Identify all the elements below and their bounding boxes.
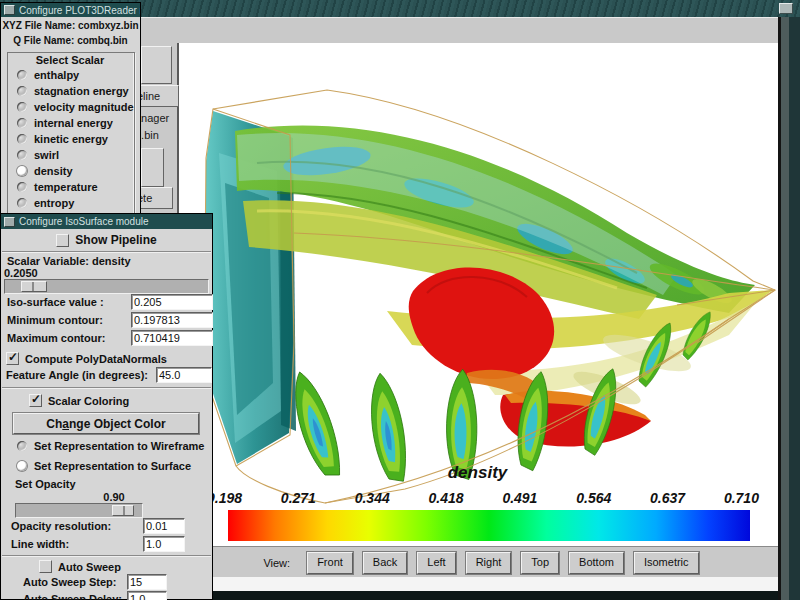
window-frame-right <box>778 17 800 600</box>
show-pipeline-checkbox-row[interactable]: Show Pipeline <box>1 233 212 247</box>
opacity-resolution-label: Opacity resolution: <box>11 520 111 532</box>
isosurface-dialog-title: Configure IsoSurface module <box>19 216 149 227</box>
application-window: eline anager g.bin ete anage <box>0 0 800 600</box>
checkbox-icon[interactable] <box>56 234 69 247</box>
render-viewport[interactable]: density 0.198 0.271 0.344 0.418 0.491 0.… <box>177 43 778 546</box>
radio-icon[interactable] <box>17 150 27 160</box>
line-width-input[interactable]: 1.0 <box>143 536 185 552</box>
compute-normals-checkbox-row[interactable]: Compute PolyDataNormals <box>6 352 167 365</box>
view-left-button[interactable]: Left <box>417 552 455 574</box>
tick-label: 0.271 <box>281 490 316 506</box>
radio-icon[interactable] <box>17 182 27 192</box>
auto-sweep-delay-label: Auto Sweep Delay: <box>23 593 122 600</box>
scalar-radio-swirl[interactable]: swirl <box>17 149 59 161</box>
radio-icon[interactable] <box>17 118 27 128</box>
separator <box>2 251 211 253</box>
opacity-slider[interactable] <box>15 503 143 518</box>
min-contour-input[interactable]: 0.197813 <box>131 312 213 328</box>
radio-icon[interactable] <box>17 102 27 112</box>
render-window-margin <box>177 577 778 591</box>
tick-label: 0.564 <box>576 490 611 506</box>
tick-label: 0.344 <box>355 490 390 506</box>
set-opacity-label: Set Opacity <box>15 478 76 490</box>
hidden-panel-widget[interactable] <box>141 46 172 84</box>
radio-icon-selected[interactable] <box>17 166 27 176</box>
tick-label: 0.491 <box>502 490 537 506</box>
tick-label: 0.637 <box>650 490 685 506</box>
window-menu-icon[interactable] <box>4 217 15 227</box>
iso-value-input[interactable]: 0.205 <box>131 294 213 310</box>
tick-label: 0.710 <box>724 490 759 506</box>
scalar-radio-enthalpy[interactable]: enthalpy <box>17 69 79 81</box>
slider-thumb[interactable] <box>21 281 47 292</box>
radio-icon[interactable] <box>17 86 27 96</box>
scalar-radio-stagnation-energy[interactable]: stagnation energy <box>17 85 129 97</box>
scalar-variable-label: Scalar Variable: density <box>7 255 131 267</box>
opacity-slider-value: 0.90 <box>103 491 124 503</box>
auto-sweep-step-label: Auto Sweep Step: <box>23 576 117 588</box>
slider-thumb[interactable] <box>112 505 134 516</box>
change-object-color-button[interactable]: Change Object Color <box>13 413 199 434</box>
iso-value-slider[interactable] <box>4 279 209 294</box>
auto-sweep-checkbox-row[interactable]: Auto Sweep <box>39 560 121 573</box>
view-right-button[interactable]: Right <box>466 552 512 574</box>
max-contour-label: Maximum contour: <box>7 332 105 344</box>
feature-angle-input[interactable]: 45.0 <box>156 367 212 383</box>
radio-icon[interactable] <box>17 134 27 144</box>
q-file-label: Q File Name: combq.bin <box>13 35 127 46</box>
xyz-file-label: XYZ File Name: combxyz.bin <box>2 20 138 31</box>
checkbox-checked-icon[interactable] <box>29 394 42 407</box>
iso-value-label: Iso-surface value : <box>7 296 104 308</box>
view-toolbar: View: Front Back Left Right Top Bottom I… <box>177 546 778 578</box>
scalar-bar-tick-labels: 0.198 0.271 0.344 0.418 0.491 0.564 0.63… <box>207 490 759 506</box>
scalar-radio-internal-energy[interactable]: internal energy <box>17 117 113 129</box>
view-back-button[interactable]: Back <box>363 552 407 574</box>
max-contour-input[interactable]: 0.710419 <box>131 330 213 346</box>
select-scalar-title: Select Scalar <box>36 54 105 66</box>
checkbox-icon[interactable] <box>39 560 52 573</box>
plot3d-dialog-title: Configure PLOT3DReader modul <box>19 5 140 16</box>
checkbox-checked-icon[interactable] <box>6 352 19 365</box>
radio-icon[interactable] <box>17 441 27 451</box>
plot3d-reader-dialog: Configure PLOT3DReader modul XYZ File Na… <box>0 2 141 230</box>
isosurface-dialog-titlebar[interactable]: Configure IsoSurface module <box>1 214 212 229</box>
scalar-bar-gradient <box>228 510 750 541</box>
scalar-radio-entropy[interactable]: entropy <box>17 197 74 209</box>
scalar-radio-density[interactable]: density <box>17 165 73 177</box>
view-isometric-button[interactable]: Isometric <box>634 552 699 574</box>
representation-wireframe-radio[interactable]: Set Representation to Wireframe <box>17 440 204 452</box>
auto-sweep-delay-input[interactable]: 1.0 <box>127 591 167 600</box>
plot3d-dialog-titlebar[interactable]: Configure PLOT3DReader modul <box>1 3 140 17</box>
scalar-radio-temperature[interactable]: temperature <box>17 181 98 193</box>
isosurface-dialog: Configure IsoSurface module Show Pipelin… <box>0 213 213 600</box>
opacity-resolution-input[interactable]: 0.01 <box>143 518 185 534</box>
titlebar-corner-icon[interactable] <box>779 3 793 14</box>
scalar-radio-velocity-magnitude[interactable]: velocity magnitude <box>17 101 134 113</box>
scalar-radio-kinetic-energy[interactable]: kinetic energy <box>17 133 108 145</box>
representation-surface-radio[interactable]: Set Representation to Surface <box>17 460 191 472</box>
view-front-button[interactable]: Front <box>307 552 353 574</box>
view-label: View: <box>256 552 297 574</box>
iso-slider-value: 0.2050 <box>4 267 38 279</box>
separator <box>2 555 211 557</box>
view-top-button[interactable]: Top <box>521 552 559 574</box>
tick-label: 0.418 <box>429 490 464 506</box>
line-width-label: Line width: <box>11 538 69 550</box>
scalar-bar-title: density <box>177 463 778 483</box>
hidden-panel-widget[interactable] <box>141 148 164 187</box>
radio-icon[interactable] <box>17 198 27 208</box>
min-contour-label: Minimum contour: <box>7 314 103 326</box>
separator <box>2 387 211 389</box>
window-menu-icon[interactable] <box>4 5 15 15</box>
scalar-coloring-checkbox-row[interactable]: Scalar Coloring <box>29 394 129 407</box>
feature-angle-label: Feature Angle (in degrees): <box>6 369 148 381</box>
view-bottom-button[interactable]: Bottom <box>569 552 624 574</box>
radio-icon[interactable] <box>17 70 27 80</box>
radio-icon-selected[interactable] <box>17 461 27 471</box>
auto-sweep-step-input[interactable]: 15 <box>127 574 167 590</box>
